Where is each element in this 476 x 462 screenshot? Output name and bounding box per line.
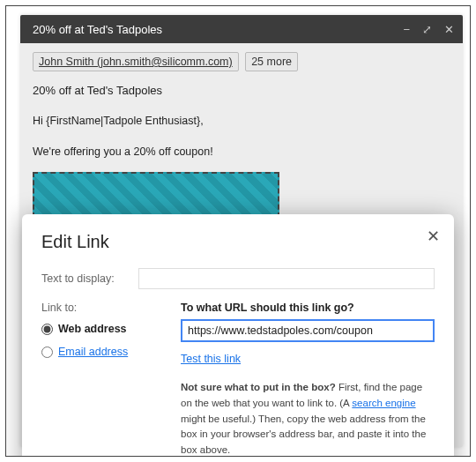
- test-link[interactable]: Test this link: [181, 353, 241, 365]
- recipient-more-chip[interactable]: 25 more: [245, 52, 298, 71]
- coupon-image[interactable]: [33, 172, 279, 218]
- link-to-label: Link to:: [41, 302, 138, 314]
- help-text: Not sure what to put in the box? First, …: [181, 380, 435, 457]
- url-question: To what URL should this link go?: [181, 302, 435, 314]
- text-to-display-input[interactable]: [138, 268, 435, 289]
- subject-line[interactable]: 20% off at Ted's Tadpoles: [20, 77, 463, 101]
- compose-title: 20% off at Ted's Tadpoles: [33, 23, 403, 36]
- link-to-radios: Link to: Web address Email address: [41, 302, 138, 369]
- expand-icon[interactable]: ⤢: [422, 23, 432, 36]
- body-line: We're offering you a 20% off coupon!: [33, 142, 450, 162]
- recipients-row[interactable]: John Smith (john.smith@silicomm.com) 25 …: [20, 43, 463, 77]
- text-to-display-label: Text to display:: [41, 272, 138, 285]
- minimize-icon[interactable]: −: [403, 23, 410, 36]
- radio-email-address[interactable]: Email address: [41, 346, 138, 358]
- text-to-display-row: Text to display:: [41, 268, 435, 289]
- help-part2: might be useful.) Then, copy the web add…: [181, 414, 426, 456]
- compose-body[interactable]: Hi {FirstName|Tadpole Enthusiast}, We're…: [20, 101, 463, 228]
- app-frame: 20% off at Ted's Tadpoles − ⤢ ✕ John Smi…: [5, 5, 471, 457]
- recipient-chip[interactable]: John Smith (john.smith@silicomm.com): [33, 52, 239, 71]
- radio-email-label: Email address: [58, 346, 128, 358]
- link-to-section: Link to: Web address Email address To wh…: [41, 302, 435, 457]
- radio-web-input[interactable]: [41, 324, 53, 335]
- radio-web-label: Web address: [58, 323, 127, 335]
- radio-email-input[interactable]: [41, 346, 53, 358]
- search-engine-link[interactable]: search engine: [352, 398, 415, 408]
- dialog-title: Edit Link: [41, 232, 435, 252]
- edit-link-dialog: ✕ Edit Link Text to display: Link to: We…: [22, 214, 454, 457]
- compose-header: 20% off at Ted's Tadpoles − ⤢ ✕: [20, 15, 463, 43]
- window-controls: − ⤢ ✕: [403, 23, 454, 36]
- body-line: Hi {FirstName|Tadpole Enthusiast},: [33, 111, 450, 131]
- dialog-close-icon[interactable]: ✕: [427, 227, 440, 246]
- radio-web-address[interactable]: Web address: [41, 323, 138, 335]
- url-input[interactable]: [181, 319, 435, 342]
- help-bold: Not sure what to put in the box?: [181, 382, 336, 392]
- close-icon[interactable]: ✕: [444, 23, 454, 36]
- url-area: To what URL should this link go? Test th…: [181, 302, 435, 457]
